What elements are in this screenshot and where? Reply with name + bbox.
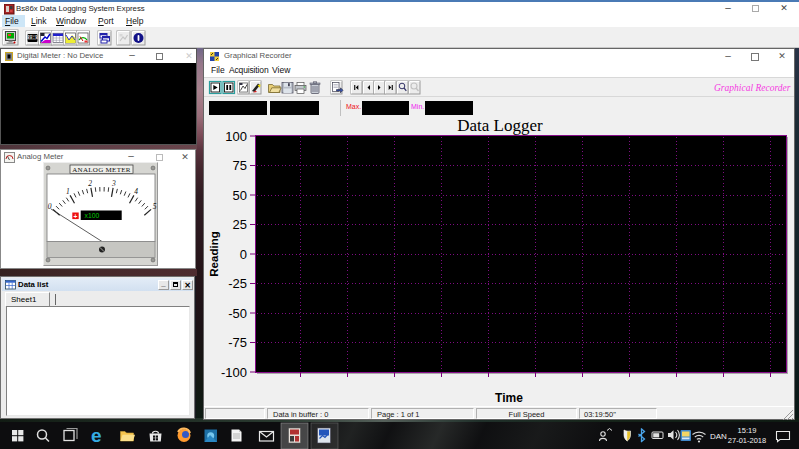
svg-text:-75: -75 bbox=[228, 335, 247, 350]
svg-text:0: 0 bbox=[48, 202, 52, 211]
svg-text:DAN: DAN bbox=[710, 432, 727, 441]
svg-text:2: 2 bbox=[88, 179, 92, 188]
svg-text:1: 1 bbox=[66, 187, 70, 196]
svg-text:15:19: 15:19 bbox=[738, 426, 757, 435]
svg-text:-25: -25 bbox=[228, 276, 247, 291]
svg-text:+: + bbox=[74, 213, 78, 220]
svg-text:88:8: 88:8 bbox=[27, 35, 38, 40]
svg-text:0: 0 bbox=[240, 247, 247, 262]
svg-text:Time: Time bbox=[495, 391, 523, 405]
svg-text:-100: -100 bbox=[221, 365, 247, 380]
svg-text:Reading: Reading bbox=[208, 231, 220, 276]
svg-text:50: 50 bbox=[233, 188, 247, 203]
svg-text:75: 75 bbox=[233, 158, 247, 173]
svg-text:-50: -50 bbox=[228, 306, 247, 321]
svg-text:27-01-2018: 27-01-2018 bbox=[728, 436, 766, 445]
svg-text:100: 100 bbox=[225, 129, 247, 144]
svg-text:3: 3 bbox=[111, 179, 116, 188]
svg-text:25: 25 bbox=[233, 217, 247, 232]
svg-text:x100: x100 bbox=[85, 212, 100, 219]
svg-text:5: 5 bbox=[153, 202, 157, 211]
svg-text:e: e bbox=[91, 425, 102, 446]
svg-text:ANALOG METER: ANALOG METER bbox=[72, 166, 131, 174]
svg-text:4: 4 bbox=[134, 187, 138, 196]
